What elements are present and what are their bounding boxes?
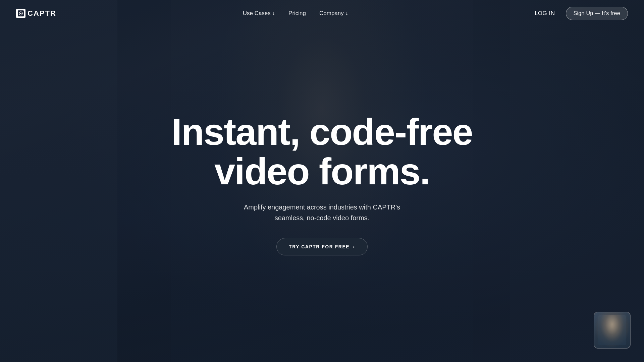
hero-title: Instant, code-free video forms. bbox=[138, 112, 506, 191]
nav-pricing[interactable]: Pricing bbox=[288, 10, 306, 17]
nav-actions: LOG IN Sign Up — It's free bbox=[535, 7, 628, 20]
hero-cta-button[interactable]: TRY CAPTR FOR FREE › bbox=[276, 238, 368, 255]
login-button[interactable]: LOG IN bbox=[535, 10, 555, 17]
video-thumb-person bbox=[598, 315, 627, 345]
nav-company[interactable]: Company ↓ bbox=[319, 10, 348, 17]
logo-icon bbox=[16, 9, 25, 18]
video-thumbnail[interactable] bbox=[594, 312, 631, 349]
hero-title-line2: video forms. bbox=[214, 150, 430, 192]
video-thumb-inner bbox=[594, 312, 630, 348]
svg-point-2 bbox=[20, 13, 21, 14]
signup-button[interactable]: Sign Up — It's free bbox=[566, 7, 628, 20]
hero-cta-label: TRY CAPTR FOR FREE bbox=[289, 244, 350, 249]
logo-text: CAPTR bbox=[28, 9, 56, 18]
hero-title-line1: Instant, code-free bbox=[171, 111, 473, 153]
navbar: CAPTR Use Cases ↓ Pricing Company ↓ LOG … bbox=[0, 0, 644, 27]
cta-arrow-icon: › bbox=[353, 244, 355, 250]
nav-use-cases[interactable]: Use Cases ↓ bbox=[243, 10, 275, 17]
hero-subtitle: Amplify engagement across industries wit… bbox=[235, 202, 409, 223]
nav-links: Use Cases ↓ Pricing Company ↓ bbox=[243, 10, 348, 17]
hero-content: Instant, code-free video forms. Amplify … bbox=[138, 112, 506, 255]
logo[interactable]: CAPTR bbox=[16, 9, 56, 18]
